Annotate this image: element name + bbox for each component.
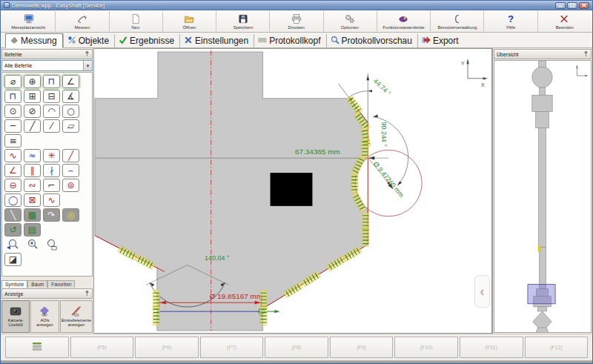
- measurement-canvas[interactable]: 67.34365 mm Ø 9.47260 mm 90.244 °: [94, 48, 492, 334]
- help-icon: ?: [505, 13, 517, 24]
- viewport-rect[interactable]: [528, 285, 555, 304]
- zoom-prev-icon[interactable]: [4, 238, 21, 251]
- measurement-drawing[interactable]: 67.34365 mm Ø 9.47260 mm 90.244 °: [94, 49, 491, 333]
- tool-line-icon[interactable]: ─: [4, 119, 21, 133]
- tool-rotate-icon[interactable]: ↷: [43, 208, 60, 222]
- function-key-bar: (F5)(F6)(F7)(F8)(F9)(F10)(F11)(F12): [1, 334, 592, 360]
- tool-gear-icon[interactable]: ✳: [43, 149, 60, 162]
- camera-live-button[interactable]: Kamera-Livebild: [1, 300, 30, 333]
- save-button[interactable]: Speichern: [216, 11, 270, 31]
- function-key-button-f9[interactable]: (F9): [330, 337, 394, 358]
- overview-view[interactable]: [494, 60, 592, 333]
- aoi-icon: [39, 306, 50, 317]
- title-bar[interactable]: Demowelle.wpp - EasyShaft [Service]: [1, 1, 592, 10]
- help-button[interactable]: ?Hilfe: [484, 11, 537, 31]
- tool-highlight-circle-icon[interactable]: ◎: [62, 208, 79, 222]
- tool-diameter-icon[interactable]: ⌀: [4, 75, 21, 88]
- tool-perpendicular-icon[interactable]: ∤: [43, 164, 60, 177]
- function-key-button-f10[interactable]: (F10): [394, 337, 458, 358]
- tool-waviness-icon[interactable]: ∿: [43, 193, 60, 207]
- tool-wave-icon[interactable]: ∾: [24, 179, 41, 192]
- user-management-button[interactable]: Benutzerverwaltung: [431, 11, 484, 31]
- pin-icon[interactable]: [85, 290, 90, 297]
- tool-radius-icon[interactable]: ⊕: [24, 75, 41, 88]
- show-aois-button[interactable]: AOIs anzeigen: [30, 300, 59, 333]
- zoom-rect-icon[interactable]: [43, 238, 60, 251]
- tool-length-icon[interactable]: ⊓: [4, 90, 21, 103]
- tool-length-x-icon[interactable]: ⊞: [24, 90, 41, 103]
- tool-edge-icon[interactable]: ╲: [4, 208, 21, 222]
- tab-export[interactable]: Export: [417, 34, 464, 47]
- panel-tab-baum[interactable]: Baum: [27, 280, 47, 288]
- tool-circle-center-icon[interactable]: ⊙: [4, 105, 21, 118]
- tab-protokollvorschau[interactable]: Protokollvorschau: [326, 34, 417, 47]
- tool-profile2-icon[interactable]: ≈: [24, 149, 41, 162]
- tool-parallel-lines-icon[interactable]: ∥: [24, 164, 41, 177]
- measure-button[interactable]: Messen: [56, 11, 109, 31]
- function-key-label: (F8): [292, 345, 302, 350]
- tool-grid-icon[interactable]: ▦: [24, 208, 41, 222]
- open-button[interactable]: Öffnen: [163, 11, 216, 31]
- tab-objekte[interactable]: Objekte: [63, 34, 114, 47]
- tool-coord-icon[interactable]: ⌐: [43, 179, 60, 192]
- tool-crossed-circle-icon[interactable]: ⊠: [24, 193, 41, 207]
- window-bottom-edge: [1, 360, 592, 363]
- function-key-button-f6[interactable]: (F6): [135, 337, 199, 358]
- options-button[interactable]: Optionen: [324, 11, 377, 31]
- function-key-button-f8[interactable]: (F8): [265, 337, 328, 358]
- tool-angle-lines-icon[interactable]: ∠: [4, 164, 21, 177]
- tab-protokollkopf[interactable]: Protokollkopf: [254, 34, 325, 47]
- tool-curve-icon[interactable]: ⌢: [62, 164, 79, 177]
- command-filter-select[interactable]: Alle Befehle ▼: [1, 60, 93, 71]
- new-button[interactable]: Neu: [110, 11, 163, 31]
- tab-messung[interactable]: Messung: [5, 33, 63, 48]
- tool-line2-icon[interactable]: ╱: [24, 119, 41, 133]
- tool-table-icon[interactable]: ▤: [24, 223, 41, 236]
- tab-einstellungen[interactable]: Einstellungen: [179, 34, 254, 47]
- tool-circle-icon[interactable]: ○: [62, 105, 79, 118]
- function-bar-button[interactable]: Funktionstastenleiste: [377, 11, 431, 31]
- workstation-view-button[interactable]: Messplatzansicht: [2, 11, 56, 31]
- exit-button[interactable]: Beenden: [538, 11, 591, 31]
- tool-profile-icon[interactable]: ∿: [4, 149, 21, 162]
- toolbar-button-label: Speichern: [233, 24, 253, 30]
- tool-circle-diameter-icon[interactable]: ⊘: [24, 105, 41, 118]
- function-key-button-f7[interactable]: (F7): [200, 337, 264, 358]
- options-icon: [344, 13, 356, 24]
- tab-ergebnisse[interactable]: Ergebnisse: [114, 34, 179, 47]
- panel-tab-favoriten[interactable]: Favoriten: [47, 280, 75, 288]
- panel-tab-symbole[interactable]: Symbole: [1, 280, 27, 288]
- tool-line3-icon[interactable]: ⁄: [43, 119, 60, 133]
- tool-cylinder-icon[interactable]: ⊖: [4, 179, 21, 192]
- tool-angle2-icon[interactable]: ∡: [62, 90, 79, 103]
- tool-arc-icon[interactable]: ◠: [43, 105, 60, 118]
- function-key-button-f11[interactable]: (F11): [460, 337, 523, 358]
- results-tab-icon: [119, 36, 127, 47]
- tool-angle-icon[interactable]: ∠: [62, 75, 79, 88]
- chevron-down-icon[interactable]: ▼: [83, 61, 92, 70]
- collapse-overview-button[interactable]: ‹: [474, 275, 490, 308]
- tool-slope-icon[interactable]: ╱: [62, 149, 79, 162]
- tool-length-z-icon[interactable]: ⊟: [43, 90, 60, 103]
- pin-icon[interactable]: [583, 50, 589, 58]
- tool-roundness-icon[interactable]: ◯: [4, 193, 21, 207]
- pin-icon[interactable]: [85, 50, 90, 58]
- print-button[interactable]: Drucken: [270, 11, 323, 31]
- maximize-button[interactable]: [567, 2, 577, 9]
- shaft-overview-drawing[interactable]: [494, 61, 591, 332]
- minimize-button[interactable]: [555, 2, 566, 9]
- zoom-in-icon[interactable]: [24, 238, 41, 251]
- function-key-button-f12[interactable]: (F12): [525, 337, 589, 358]
- tool-contour-icon[interactable]: ▱: [62, 119, 79, 133]
- tool-runout-icon[interactable]: ⊜: [62, 179, 79, 192]
- tool-width-icon[interactable]: ⊓: [43, 75, 60, 88]
- function-layers-button[interactable]: [5, 337, 69, 358]
- close-button[interactable]: [579, 2, 589, 9]
- tool-view-icon[interactable]: ◪: [4, 253, 21, 266]
- tab-label: Einstellungen: [195, 36, 248, 46]
- show-adjust-elements-button[interactable]: Einstellelemente anzeigen: [60, 300, 93, 333]
- tool-turn-icon[interactable]: ↺: [4, 223, 21, 236]
- tool-parallel-icon[interactable]: ≡: [4, 134, 21, 148]
- display-button-label: AOIs anzeigen: [32, 318, 57, 328]
- function-key-button-f5[interactable]: (F5): [70, 337, 134, 358]
